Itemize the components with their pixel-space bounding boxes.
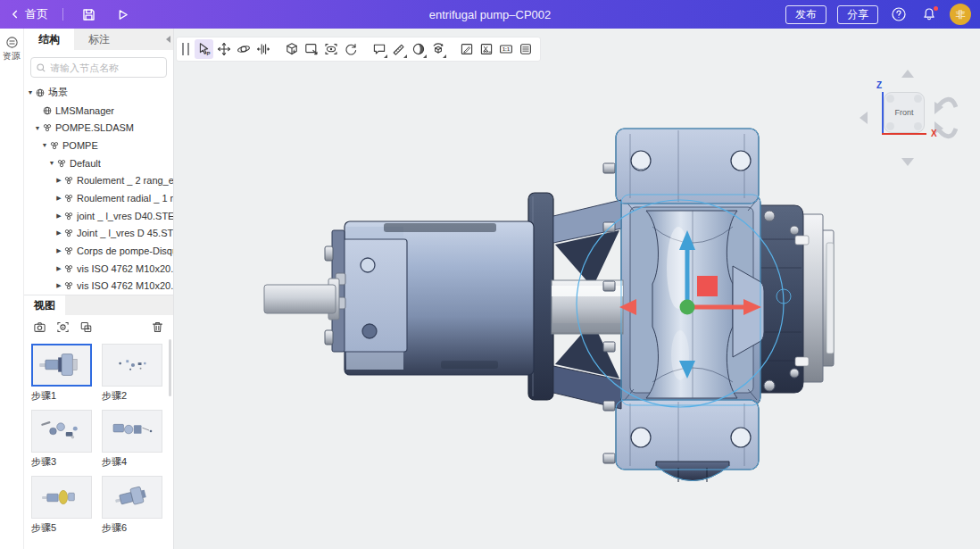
- snapshot-tool[interactable]: [477, 39, 495, 59]
- notifications-button[interactable]: [919, 4, 939, 24]
- share-button[interactable]: 分享: [837, 5, 878, 24]
- tree-expand-arrow[interactable]: ▼: [26, 89, 35, 96]
- views-tab[interactable]: 视图: [24, 295, 65, 315]
- tool-icon: [304, 42, 319, 56]
- gizmo-plane-handle[interactable]: [697, 276, 718, 296]
- back-home-button[interactable]: 首页: [9, 6, 48, 22]
- tree-item[interactable]: ▶ vis ISO 4762 M10x20.STEP-2: [24, 278, 173, 295]
- tree-expand-arrow[interactable]: ▶: [54, 195, 63, 202]
- comment-tool[interactable]: [370, 39, 388, 59]
- viewcube-rotate-arrows[interactable]: [933, 75, 958, 161]
- thumbnail-image: [102, 344, 162, 387]
- orbit-tool[interactable]: [234, 39, 253, 59]
- tool-icon: [197, 42, 212, 56]
- view-step-thumbnail[interactable]: 步骤1: [31, 344, 92, 403]
- tree-item[interactable]: LMSManager: [24, 102, 173, 120]
- toolbar-drag-handle[interactable]: [182, 43, 189, 55]
- tree-node-label: Corps de pompe-Disque d''us: [77, 245, 173, 256]
- edit-doc-tool[interactable]: [457, 39, 476, 59]
- gizmo-center-handle[interactable]: [680, 300, 695, 315]
- view-step-thumbnail[interactable]: 步骤2: [102, 344, 162, 403]
- thumbnail-preview-icon: [34, 478, 89, 516]
- publish-button[interactable]: 发布: [785, 5, 826, 24]
- view-step-thumbnail[interactable]: 步骤5: [31, 476, 92, 535]
- tree-item[interactable]: ▼ Default: [24, 154, 173, 172]
- isolate-tool[interactable]: [282, 39, 301, 59]
- tree-expand-arrow[interactable]: ▼: [40, 142, 49, 148]
- thumbnail-image: [102, 410, 162, 453]
- top-bar: 首页 entrifugal pump–CP002 发布 分享 非: [0, 0, 980, 29]
- panel-collapse-arrow[interactable]: [166, 36, 170, 43]
- tree-item[interactable]: ▶ vis ISO 4762 M10x20.STEP-1: [24, 260, 173, 278]
- views-scrollbar[interactable]: [169, 339, 171, 396]
- viewcube-down-arrow[interactable]: [901, 158, 914, 166]
- capture-target-icon[interactable]: [56, 320, 70, 334]
- viewcube-left-arrow[interactable]: [860, 112, 868, 124]
- tree-expand-arrow[interactable]: ▶: [54, 282, 63, 289]
- viewcube-x-axis: [882, 133, 926, 135]
- home-label: 首页: [25, 6, 48, 22]
- bom-list-tool[interactable]: [516, 39, 535, 59]
- view-step-thumbnail[interactable]: 步骤6: [102, 476, 162, 535]
- avatar[interactable]: 非: [950, 4, 971, 25]
- resource-icon[interactable]: [5, 36, 19, 49]
- viewcube-corner: [914, 95, 922, 103]
- tree-expand-arrow[interactable]: ▶: [54, 177, 63, 184]
- panel-tab[interactable]: 标注: [74, 29, 124, 50]
- viewcube-z-label: Z: [876, 80, 882, 90]
- tree-expand-arrow[interactable]: ▶: [54, 247, 63, 254]
- camera-icon[interactable]: [33, 320, 46, 334]
- tree-item[interactable]: ▼ POMPE: [24, 137, 173, 154]
- viewport-3d[interactable]: Z X Front: [174, 29, 980, 549]
- move-tool[interactable]: [214, 39, 233, 59]
- save-button[interactable]: [78, 4, 99, 25]
- tool-icon: [519, 42, 533, 56]
- tool-icon: [324, 42, 338, 56]
- tree-item[interactable]: ▶ Corps de pompe-Disque d''us: [24, 242, 173, 260]
- view-step-thumbnail[interactable]: 步骤3: [31, 410, 92, 469]
- section-tool[interactable]: [428, 39, 447, 59]
- views-section: 视图 步骤1: [24, 295, 173, 542]
- window-switch-icon[interactable]: [79, 320, 93, 334]
- thumbnail-image: [102, 476, 162, 519]
- tool-icon: [411, 42, 426, 56]
- search-icon: [36, 62, 46, 73]
- tree-node-icon: [42, 122, 53, 133]
- thumbnail-preview-icon: [34, 346, 89, 384]
- viewcube-front-face[interactable]: Front: [884, 92, 925, 133]
- tree-item[interactable]: ▶ Roulement _ 2 rang_es de bill: [24, 171, 173, 189]
- viewcube-up-arrow[interactable]: [901, 70, 914, 78]
- tree-node-label: vis ISO 4762 M10x20.STEP-1: [77, 263, 173, 274]
- tree-item[interactable]: ▼ POMPE.SLDASM: [24, 119, 173, 137]
- visibility-tool[interactable]: [321, 39, 340, 59]
- tree-item[interactable]: ▼ 场景: [24, 84, 173, 102]
- thumbnail-label: 步骤6: [102, 521, 162, 535]
- reset-view-tool[interactable]: [341, 39, 360, 59]
- select-tool[interactable]: [195, 39, 213, 59]
- scale-1-1-tool[interactable]: [496, 39, 515, 59]
- help-icon: [891, 6, 907, 22]
- tree-expand-arrow[interactable]: ▼: [47, 160, 56, 166]
- tree-item[interactable]: ▶ Roulement radial _ 1 rang_e d: [24, 189, 173, 207]
- play-button[interactable]: [112, 4, 133, 25]
- explode-tool[interactable]: [253, 39, 272, 59]
- measure-tool[interactable]: [389, 39, 408, 59]
- zoom-window-tool[interactable]: [302, 39, 320, 59]
- tree-item[interactable]: ▶ Joint _ l_vres D 45.STEP-1: [24, 225, 173, 243]
- node-search-input[interactable]: [50, 62, 162, 73]
- panel-tab[interactable]: 结构: [24, 29, 74, 50]
- tree-node-label: vis ISO 4762 M10x20.STEP-2: [77, 280, 173, 291]
- view-step-thumbnail[interactable]: 步骤4: [102, 410, 162, 469]
- trash-icon[interactable]: [151, 320, 164, 334]
- tree-expand-arrow[interactable]: ▶: [54, 265, 63, 272]
- views-tabbar: 视图: [24, 295, 173, 315]
- tree-expand-arrow[interactable]: ▶: [54, 229, 63, 237]
- tree-node-label: LMSManager: [55, 105, 114, 116]
- tree-node-icon: [56, 158, 67, 169]
- tree-expand-arrow[interactable]: ▼: [33, 125, 42, 131]
- tree-item[interactable]: ▶ joint _ l_vres D40.STEP-1: [24, 207, 173, 225]
- help-button[interactable]: [889, 4, 909, 24]
- tree-expand-arrow[interactable]: ▶: [54, 212, 63, 220]
- display-mode-tool[interactable]: [409, 39, 428, 59]
- thumbnail-preview-icon: [104, 478, 160, 516]
